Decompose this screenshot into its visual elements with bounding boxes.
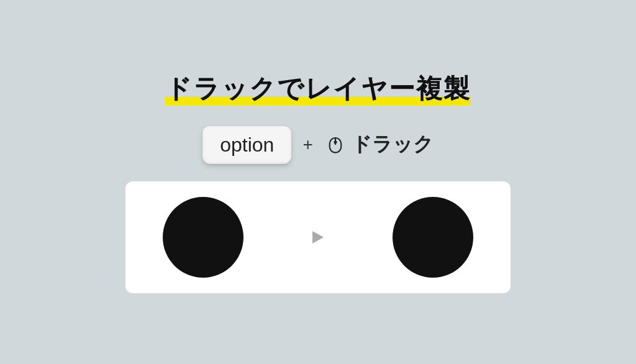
- mouse-icon: [324, 134, 347, 156]
- page-title: ドラックでレイヤー複製: [165, 74, 471, 103]
- main-container: ドラックでレイヤー複製 option + ドラック: [0, 71, 636, 293]
- mouse-drag-label: ドラック: [324, 131, 434, 158]
- original-circle: [163, 197, 243, 278]
- shortcut-row: option + ドラック: [202, 126, 434, 164]
- drag-text: ドラック: [352, 131, 434, 158]
- plus-sign: +: [302, 135, 312, 155]
- demo-box: [125, 181, 511, 293]
- svg-point-2: [334, 140, 337, 143]
- duplicated-circle: [393, 197, 473, 278]
- arrow-icon: [243, 228, 393, 247]
- svg-marker-3: [312, 231, 324, 243]
- option-key-badge: option: [202, 126, 291, 164]
- title-wrapper: ドラックでレイヤー複製: [165, 71, 471, 106]
